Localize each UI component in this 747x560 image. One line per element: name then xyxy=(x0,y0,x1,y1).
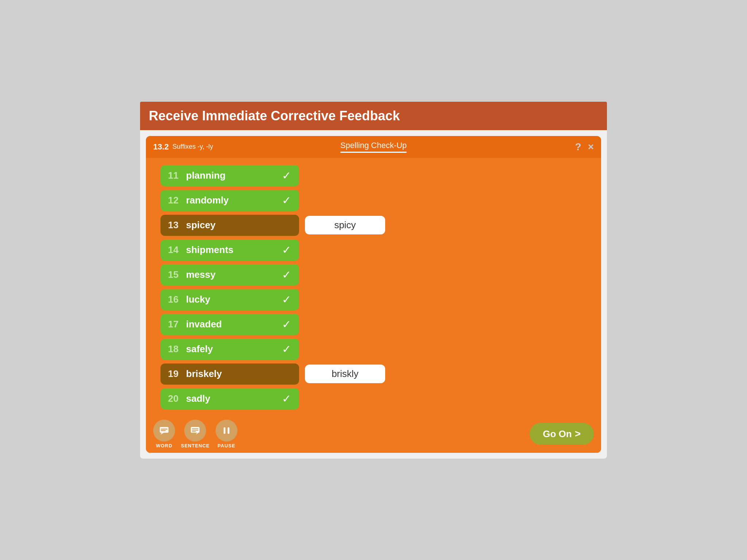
word-button[interactable]: WORD xyxy=(153,420,175,448)
word-text: spicey xyxy=(186,219,299,231)
word-pill: 13spicey xyxy=(160,215,299,236)
content-area: 11planning✓12randomly✓13spiceyspicy14shi… xyxy=(146,158,601,415)
checkmark-icon: ✓ xyxy=(274,293,299,306)
word-pill: 11planning✓ xyxy=(160,165,299,186)
svg-rect-9 xyxy=(224,427,225,434)
svg-marker-3 xyxy=(160,433,164,435)
pause-label: PAUSE xyxy=(217,443,235,448)
top-header: Receive Immediate Corrective Feedback xyxy=(140,102,607,130)
user-answer-box: spicy xyxy=(305,216,385,234)
word-row: 20sadly✓ xyxy=(160,388,587,409)
word-text: sadly xyxy=(186,393,274,404)
word-number: 20 xyxy=(160,388,186,409)
word-row: 18safely✓ xyxy=(160,339,587,360)
go-on-label: Go On xyxy=(543,428,572,440)
lesson-number: 13.2 xyxy=(153,142,169,152)
page-wrapper: Receive Immediate Corrective Feedback 13… xyxy=(140,102,607,459)
user-answer-box: briskly xyxy=(305,365,385,383)
word-number: 12 xyxy=(160,190,186,211)
user-answer-text: briskly xyxy=(332,368,359,380)
word-row: 15messy✓ xyxy=(160,264,587,285)
word-row: 19briskelybriskly xyxy=(160,363,587,385)
word-text: briskely xyxy=(186,368,299,380)
word-text: lucky xyxy=(186,294,274,305)
word-number: 17 xyxy=(160,314,186,335)
svg-marker-8 xyxy=(196,433,198,435)
svg-rect-0 xyxy=(160,427,169,433)
word-pill: 17invaded✓ xyxy=(160,314,299,335)
word-number: 15 xyxy=(160,264,186,285)
checkmark-icon: ✓ xyxy=(274,343,299,355)
word-text: shipments xyxy=(186,244,274,256)
word-row: 16lucky✓ xyxy=(160,289,587,310)
checkmark-icon: ✓ xyxy=(274,318,299,331)
word-number: 14 xyxy=(160,240,186,261)
go-on-arrow: > xyxy=(575,428,581,440)
word-row: 13spiceyspicy xyxy=(160,215,587,236)
word-text: planning xyxy=(186,170,274,181)
word-row: 11planning✓ xyxy=(160,165,587,186)
go-on-button[interactable]: Go On > xyxy=(530,423,594,445)
user-answer-text: spicy xyxy=(334,219,356,231)
help-button[interactable]: ? xyxy=(575,141,581,153)
word-text: safely xyxy=(186,343,274,355)
pause-icon xyxy=(216,420,237,442)
control-buttons: WORD SENTENCE xyxy=(153,420,237,448)
lesson-subtitle: Suffixes -y, -ly xyxy=(173,143,213,151)
close-button[interactable]: × xyxy=(588,141,594,153)
checkmark-icon: ✓ xyxy=(274,244,299,256)
svg-rect-10 xyxy=(228,427,229,434)
word-number: 16 xyxy=(160,289,186,310)
title-underline xyxy=(340,152,407,153)
word-number: 19 xyxy=(160,363,186,385)
word-number: 13 xyxy=(160,215,186,236)
word-pill: 20sadly✓ xyxy=(160,388,299,409)
word-text: messy xyxy=(186,269,274,280)
inner-header: 13.2 Suffixes -y, -ly Spelling Check-Up … xyxy=(146,136,601,158)
word-pill: 12randomly✓ xyxy=(160,190,299,211)
word-pill: 16lucky✓ xyxy=(160,289,299,310)
checkmark-icon: ✓ xyxy=(274,268,299,281)
sentence-button[interactable]: SENTENCE xyxy=(181,420,210,448)
page-title: Receive Immediate Corrective Feedback xyxy=(149,108,598,124)
checkmark-icon: ✓ xyxy=(274,392,299,405)
word-text: invaded xyxy=(186,319,274,330)
pause-button[interactable]: PAUSE xyxy=(216,420,237,448)
word-number: 11 xyxy=(160,165,186,186)
word-text: randomly xyxy=(186,195,274,206)
word-icon xyxy=(153,420,175,442)
app-container: 13.2 Suffixes -y, -ly Spelling Check-Up … xyxy=(140,130,607,459)
word-number: 18 xyxy=(160,339,186,360)
bottom-bar: WORD SENTENCE xyxy=(146,415,601,453)
word-pill: 15messy✓ xyxy=(160,264,299,285)
word-pill: 14shipments✓ xyxy=(160,240,299,261)
word-row: 17invaded✓ xyxy=(160,314,587,335)
sentence-icon xyxy=(184,420,206,442)
checkmark-icon: ✓ xyxy=(274,169,299,182)
word-row: 14shipments✓ xyxy=(160,240,587,261)
word-pill: 18safely✓ xyxy=(160,339,299,360)
word-label: WORD xyxy=(156,443,172,448)
word-row: 12randomly✓ xyxy=(160,190,587,211)
header-section-title: Spelling Check-Up xyxy=(340,141,407,153)
word-list: 11planning✓12randomly✓13spiceyspicy14shi… xyxy=(160,165,587,409)
sentence-label: SENTENCE xyxy=(181,443,210,448)
header-actions: ? × xyxy=(575,141,594,153)
checkmark-icon: ✓ xyxy=(274,194,299,207)
inner-box: 13.2 Suffixes -y, -ly Spelling Check-Up … xyxy=(146,136,601,453)
word-pill: 19briskely xyxy=(160,363,299,385)
